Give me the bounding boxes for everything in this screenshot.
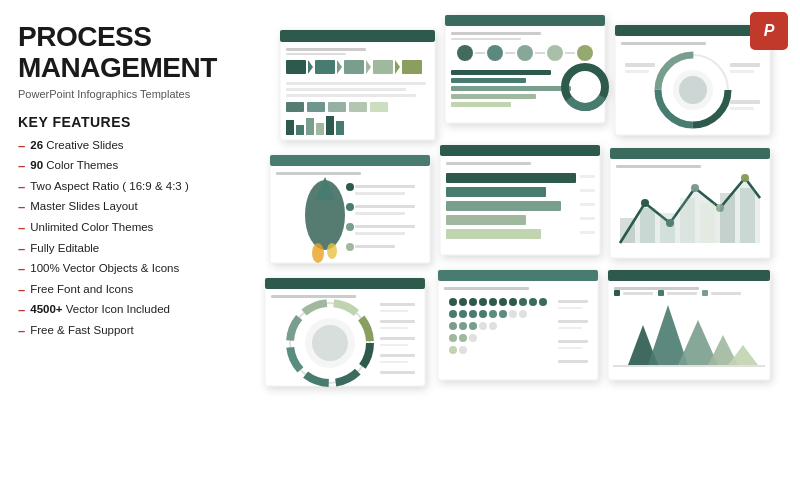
svg-rect-182 bbox=[667, 292, 697, 295]
subtitle: PowerPoint Infographics Templates bbox=[18, 88, 242, 100]
bullet-dash: – bbox=[18, 323, 25, 339]
ppt-icon-letter: P bbox=[764, 22, 775, 40]
svg-rect-125 bbox=[380, 320, 415, 323]
svg-rect-87 bbox=[446, 229, 541, 239]
svg-rect-64 bbox=[276, 172, 361, 175]
list-item: – Fully Editable bbox=[18, 241, 242, 257]
svg-rect-40 bbox=[451, 70, 551, 75]
svg-rect-111 bbox=[271, 295, 356, 298]
svg-point-68 bbox=[327, 243, 337, 259]
svg-rect-172 bbox=[614, 287, 699, 290]
svg-rect-56 bbox=[730, 63, 760, 67]
slide-card-2 bbox=[445, 15, 605, 123]
svg-point-31 bbox=[457, 45, 473, 61]
svg-point-155 bbox=[469, 322, 477, 330]
svg-rect-130 bbox=[380, 361, 408, 363]
svg-point-35 bbox=[517, 45, 533, 61]
bullet-dash: – bbox=[18, 158, 25, 174]
svg-rect-22 bbox=[296, 125, 304, 135]
feature-text: 4500+ Vector Icon Included bbox=[30, 302, 170, 317]
slides-svg bbox=[260, 0, 800, 500]
svg-rect-91 bbox=[580, 217, 595, 220]
svg-point-141 bbox=[509, 298, 517, 306]
slide-card-1 bbox=[280, 30, 435, 140]
svg-rect-105 bbox=[680, 198, 695, 243]
svg-rect-163 bbox=[558, 300, 588, 303]
svg-rect-127 bbox=[380, 337, 415, 340]
svg-rect-183 bbox=[702, 290, 708, 296]
svg-rect-89 bbox=[580, 189, 595, 192]
svg-rect-180 bbox=[623, 292, 653, 295]
slide-card-7 bbox=[265, 278, 425, 386]
svg-rect-92 bbox=[580, 231, 595, 234]
svg-rect-61 bbox=[625, 70, 649, 73]
svg-rect-48 bbox=[615, 25, 770, 36]
svg-rect-107 bbox=[720, 193, 735, 243]
svg-rect-6 bbox=[315, 60, 335, 74]
svg-rect-84 bbox=[446, 187, 546, 197]
feature-text: 26 Creative Slides bbox=[30, 138, 123, 153]
svg-rect-13 bbox=[286, 82, 426, 85]
svg-rect-169 bbox=[558, 360, 588, 363]
svg-point-146 bbox=[459, 310, 467, 318]
svg-rect-28 bbox=[445, 15, 605, 26]
svg-rect-128 bbox=[380, 344, 408, 346]
svg-point-156 bbox=[479, 322, 487, 330]
svg-rect-124 bbox=[380, 310, 408, 312]
svg-point-140 bbox=[499, 298, 507, 306]
svg-rect-4 bbox=[286, 60, 306, 74]
svg-rect-21 bbox=[286, 120, 294, 135]
feature-text: Unlimited Color Themes bbox=[30, 220, 153, 235]
svg-rect-129 bbox=[380, 354, 415, 357]
list-item: – Free Font and Icons bbox=[18, 282, 242, 298]
svg-point-135 bbox=[449, 298, 457, 306]
svg-point-152 bbox=[519, 310, 527, 318]
svg-rect-16 bbox=[286, 102, 304, 112]
svg-rect-181 bbox=[658, 290, 664, 296]
svg-point-37 bbox=[547, 45, 563, 61]
svg-rect-30 bbox=[451, 38, 521, 40]
left-panel: PROCESS MANAGEMENT PowerPoint Infographi… bbox=[0, 0, 260, 500]
svg-point-149 bbox=[489, 310, 497, 318]
main-title: PROCESS MANAGEMENT bbox=[18, 22, 242, 84]
bullet-dash: – bbox=[18, 138, 25, 154]
svg-point-148 bbox=[479, 310, 487, 318]
svg-point-79 bbox=[346, 243, 354, 251]
svg-rect-94 bbox=[610, 148, 770, 159]
feature-text: Fully Editable bbox=[30, 241, 99, 256]
svg-rect-102 bbox=[620, 218, 635, 243]
svg-rect-166 bbox=[558, 327, 582, 329]
svg-rect-57 bbox=[730, 70, 754, 73]
svg-rect-19 bbox=[349, 102, 367, 112]
svg-point-55 bbox=[679, 76, 707, 104]
svg-rect-10 bbox=[373, 60, 393, 74]
feature-text: Two Aspect Ratio ( 16:9 & 4:3 ) bbox=[30, 179, 189, 194]
slide-card-4 bbox=[270, 155, 430, 263]
slide-card-6 bbox=[610, 148, 770, 258]
svg-point-144 bbox=[539, 298, 547, 306]
slide-card-8 bbox=[438, 270, 598, 380]
list-item: – Unlimited Color Themes bbox=[18, 220, 242, 236]
svg-rect-82 bbox=[446, 162, 531, 165]
svg-point-33 bbox=[487, 45, 503, 61]
svg-rect-95 bbox=[616, 165, 701, 168]
svg-rect-1 bbox=[280, 30, 435, 42]
svg-point-138 bbox=[479, 298, 487, 306]
svg-rect-58 bbox=[730, 100, 760, 104]
svg-rect-3 bbox=[286, 53, 346, 55]
bullet-dash: – bbox=[18, 261, 25, 277]
svg-point-159 bbox=[459, 334, 467, 342]
right-panel bbox=[260, 0, 800, 500]
svg-rect-44 bbox=[451, 102, 511, 107]
svg-rect-70 bbox=[355, 192, 405, 195]
list-item: – Master Slides Layout bbox=[18, 199, 242, 215]
bullet-dash: – bbox=[18, 179, 25, 195]
svg-point-137 bbox=[469, 298, 477, 306]
svg-point-39 bbox=[577, 45, 593, 61]
svg-point-151 bbox=[509, 310, 517, 318]
feature-text: Free Font and Icons bbox=[30, 282, 133, 297]
svg-rect-173 bbox=[613, 365, 765, 367]
list-item: – 90 Color Themes bbox=[18, 158, 242, 174]
svg-rect-25 bbox=[326, 116, 334, 135]
svg-rect-23 bbox=[306, 118, 314, 135]
